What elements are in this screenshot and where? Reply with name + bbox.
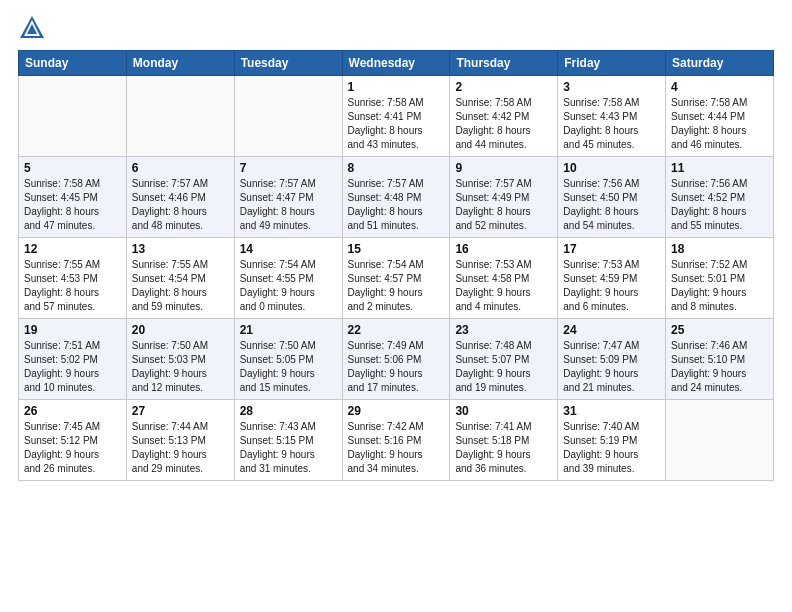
- day-info: Sunrise: 7:54 AM Sunset: 4:55 PM Dayligh…: [240, 258, 337, 314]
- day-info: Sunrise: 7:58 AM Sunset: 4:45 PM Dayligh…: [24, 177, 121, 233]
- day-number: 10: [563, 161, 660, 175]
- day-number: 22: [348, 323, 445, 337]
- calendar-cell: [666, 400, 774, 481]
- day-info: Sunrise: 7:58 AM Sunset: 4:41 PM Dayligh…: [348, 96, 445, 152]
- day-number: 3: [563, 80, 660, 94]
- calendar-cell: 3Sunrise: 7:58 AM Sunset: 4:43 PM Daylig…: [558, 76, 666, 157]
- day-info: Sunrise: 7:58 AM Sunset: 4:42 PM Dayligh…: [455, 96, 552, 152]
- calendar-week-5: 26Sunrise: 7:45 AM Sunset: 5:12 PM Dayli…: [19, 400, 774, 481]
- day-number: 16: [455, 242, 552, 256]
- calendar-table: SundayMondayTuesdayWednesdayThursdayFrid…: [18, 50, 774, 481]
- day-number: 27: [132, 404, 229, 418]
- calendar-cell: 21Sunrise: 7:50 AM Sunset: 5:05 PM Dayli…: [234, 319, 342, 400]
- calendar-cell: 8Sunrise: 7:57 AM Sunset: 4:48 PM Daylig…: [342, 157, 450, 238]
- day-header-thursday: Thursday: [450, 51, 558, 76]
- day-number: 24: [563, 323, 660, 337]
- calendar-cell: 13Sunrise: 7:55 AM Sunset: 4:54 PM Dayli…: [126, 238, 234, 319]
- day-number: 29: [348, 404, 445, 418]
- calendar-cell: 10Sunrise: 7:56 AM Sunset: 4:50 PM Dayli…: [558, 157, 666, 238]
- day-number: 13: [132, 242, 229, 256]
- day-number: 26: [24, 404, 121, 418]
- day-number: 2: [455, 80, 552, 94]
- day-number: 14: [240, 242, 337, 256]
- calendar-cell: 5Sunrise: 7:58 AM Sunset: 4:45 PM Daylig…: [19, 157, 127, 238]
- calendar-cell: 27Sunrise: 7:44 AM Sunset: 5:13 PM Dayli…: [126, 400, 234, 481]
- day-number: 19: [24, 323, 121, 337]
- day-info: Sunrise: 7:58 AM Sunset: 4:43 PM Dayligh…: [563, 96, 660, 152]
- calendar-week-4: 19Sunrise: 7:51 AM Sunset: 5:02 PM Dayli…: [19, 319, 774, 400]
- calendar-cell: 11Sunrise: 7:56 AM Sunset: 4:52 PM Dayli…: [666, 157, 774, 238]
- day-number: 4: [671, 80, 768, 94]
- calendar-cell: [234, 76, 342, 157]
- calendar-cell: 24Sunrise: 7:47 AM Sunset: 5:09 PM Dayli…: [558, 319, 666, 400]
- calendar-cell: 26Sunrise: 7:45 AM Sunset: 5:12 PM Dayli…: [19, 400, 127, 481]
- day-info: Sunrise: 7:50 AM Sunset: 5:05 PM Dayligh…: [240, 339, 337, 395]
- day-info: Sunrise: 7:44 AM Sunset: 5:13 PM Dayligh…: [132, 420, 229, 476]
- day-info: Sunrise: 7:45 AM Sunset: 5:12 PM Dayligh…: [24, 420, 121, 476]
- day-header-sunday: Sunday: [19, 51, 127, 76]
- day-info: Sunrise: 7:52 AM Sunset: 5:01 PM Dayligh…: [671, 258, 768, 314]
- day-info: Sunrise: 7:46 AM Sunset: 5:10 PM Dayligh…: [671, 339, 768, 395]
- day-number: 28: [240, 404, 337, 418]
- day-number: 21: [240, 323, 337, 337]
- day-info: Sunrise: 7:48 AM Sunset: 5:07 PM Dayligh…: [455, 339, 552, 395]
- day-info: Sunrise: 7:56 AM Sunset: 4:52 PM Dayligh…: [671, 177, 768, 233]
- calendar-cell: 28Sunrise: 7:43 AM Sunset: 5:15 PM Dayli…: [234, 400, 342, 481]
- day-info: Sunrise: 7:55 AM Sunset: 4:53 PM Dayligh…: [24, 258, 121, 314]
- calendar-cell: 12Sunrise: 7:55 AM Sunset: 4:53 PM Dayli…: [19, 238, 127, 319]
- day-number: 9: [455, 161, 552, 175]
- day-number: 8: [348, 161, 445, 175]
- calendar-cell: 9Sunrise: 7:57 AM Sunset: 4:49 PM Daylig…: [450, 157, 558, 238]
- day-number: 18: [671, 242, 768, 256]
- day-header-tuesday: Tuesday: [234, 51, 342, 76]
- day-info: Sunrise: 7:54 AM Sunset: 4:57 PM Dayligh…: [348, 258, 445, 314]
- day-header-friday: Friday: [558, 51, 666, 76]
- day-number: 6: [132, 161, 229, 175]
- day-info: Sunrise: 7:47 AM Sunset: 5:09 PM Dayligh…: [563, 339, 660, 395]
- calendar-week-1: 1Sunrise: 7:58 AM Sunset: 4:41 PM Daylig…: [19, 76, 774, 157]
- calendar-cell: 25Sunrise: 7:46 AM Sunset: 5:10 PM Dayli…: [666, 319, 774, 400]
- day-header-wednesday: Wednesday: [342, 51, 450, 76]
- day-number: 23: [455, 323, 552, 337]
- day-number: 1: [348, 80, 445, 94]
- calendar-cell: 16Sunrise: 7:53 AM Sunset: 4:58 PM Dayli…: [450, 238, 558, 319]
- day-number: 15: [348, 242, 445, 256]
- calendar-cell: 6Sunrise: 7:57 AM Sunset: 4:46 PM Daylig…: [126, 157, 234, 238]
- day-info: Sunrise: 7:53 AM Sunset: 4:58 PM Dayligh…: [455, 258, 552, 314]
- day-info: Sunrise: 7:42 AM Sunset: 5:16 PM Dayligh…: [348, 420, 445, 476]
- day-info: Sunrise: 7:43 AM Sunset: 5:15 PM Dayligh…: [240, 420, 337, 476]
- calendar-cell: 19Sunrise: 7:51 AM Sunset: 5:02 PM Dayli…: [19, 319, 127, 400]
- logo: [18, 14, 50, 42]
- day-number: 25: [671, 323, 768, 337]
- calendar-cell: 30Sunrise: 7:41 AM Sunset: 5:18 PM Dayli…: [450, 400, 558, 481]
- day-number: 12: [24, 242, 121, 256]
- day-info: Sunrise: 7:57 AM Sunset: 4:49 PM Dayligh…: [455, 177, 552, 233]
- calendar-cell: [19, 76, 127, 157]
- day-number: 31: [563, 404, 660, 418]
- calendar-week-3: 12Sunrise: 7:55 AM Sunset: 4:53 PM Dayli…: [19, 238, 774, 319]
- day-info: Sunrise: 7:50 AM Sunset: 5:03 PM Dayligh…: [132, 339, 229, 395]
- day-number: 5: [24, 161, 121, 175]
- day-info: Sunrise: 7:41 AM Sunset: 5:18 PM Dayligh…: [455, 420, 552, 476]
- day-number: 17: [563, 242, 660, 256]
- day-number: 7: [240, 161, 337, 175]
- calendar-cell: 31Sunrise: 7:40 AM Sunset: 5:19 PM Dayli…: [558, 400, 666, 481]
- day-info: Sunrise: 7:56 AM Sunset: 4:50 PM Dayligh…: [563, 177, 660, 233]
- calendar-cell: 29Sunrise: 7:42 AM Sunset: 5:16 PM Dayli…: [342, 400, 450, 481]
- day-number: 11: [671, 161, 768, 175]
- day-info: Sunrise: 7:51 AM Sunset: 5:02 PM Dayligh…: [24, 339, 121, 395]
- logo-icon: [18, 14, 46, 42]
- calendar-cell: 23Sunrise: 7:48 AM Sunset: 5:07 PM Dayli…: [450, 319, 558, 400]
- day-info: Sunrise: 7:49 AM Sunset: 5:06 PM Dayligh…: [348, 339, 445, 395]
- day-number: 20: [132, 323, 229, 337]
- calendar-cell: [126, 76, 234, 157]
- calendar-cell: 22Sunrise: 7:49 AM Sunset: 5:06 PM Dayli…: [342, 319, 450, 400]
- day-info: Sunrise: 7:58 AM Sunset: 4:44 PM Dayligh…: [671, 96, 768, 152]
- day-header-monday: Monday: [126, 51, 234, 76]
- calendar-header-row: SundayMondayTuesdayWednesdayThursdayFrid…: [19, 51, 774, 76]
- day-info: Sunrise: 7:57 AM Sunset: 4:48 PM Dayligh…: [348, 177, 445, 233]
- calendar-cell: 15Sunrise: 7:54 AM Sunset: 4:57 PM Dayli…: [342, 238, 450, 319]
- day-info: Sunrise: 7:57 AM Sunset: 4:46 PM Dayligh…: [132, 177, 229, 233]
- calendar-cell: 17Sunrise: 7:53 AM Sunset: 4:59 PM Dayli…: [558, 238, 666, 319]
- calendar-cell: 14Sunrise: 7:54 AM Sunset: 4:55 PM Dayli…: [234, 238, 342, 319]
